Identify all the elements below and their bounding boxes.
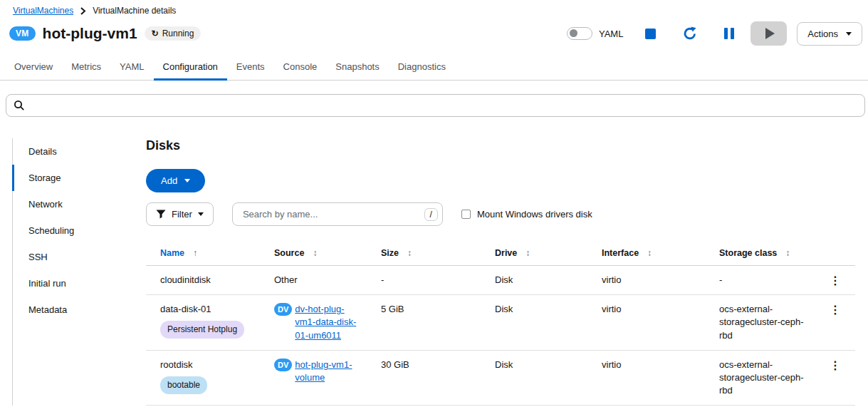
disk-name: data-disk-01Persistent Hotplug bbox=[146, 295, 260, 351]
stop-button[interactable] bbox=[645, 29, 656, 39]
status-badge: ↻ Running bbox=[145, 26, 202, 41]
disk-row-data-disk-01: data-disk-01Persistent HotplugDVdv-hot-p… bbox=[146, 295, 855, 351]
pause-icon bbox=[724, 28, 734, 39]
column-header-name[interactable]: Name↑ bbox=[146, 244, 260, 266]
sort-icon: ↕ bbox=[785, 248, 790, 258]
disk-source-link[interactable]: dv-hot-plug-vm1-data-disk-01-um6011 bbox=[295, 303, 364, 342]
add-disk-button[interactable]: Add bbox=[146, 169, 205, 192]
disks-heading: Disks bbox=[146, 138, 868, 153]
disk-drive: Disk bbox=[481, 350, 587, 406]
tab-overview[interactable]: Overview bbox=[5, 54, 62, 80]
sidebar-item-initial-run[interactable]: Initial run bbox=[13, 270, 135, 297]
configuration-content: DetailsStorageNetworkSchedulingSSHInitia… bbox=[0, 138, 868, 406]
breadcrumb-virtualmachines-link[interactable]: VirtualMachines bbox=[13, 6, 73, 16]
disk-source: Other bbox=[260, 266, 367, 295]
disk-row-rootdisk: rootdiskbootableDVhot-plug-vm1-volume30 … bbox=[146, 350, 855, 406]
disk-label-badge: bootable bbox=[160, 376, 207, 394]
disk-name-search: / bbox=[232, 202, 443, 226]
storage-panel: Disks Add Filter / bbox=[135, 138, 868, 406]
disk-storage-class: - bbox=[705, 266, 815, 295]
sort-icon: ↕ bbox=[647, 248, 652, 258]
disk-drive: Disk bbox=[481, 266, 587, 295]
chevron-down-icon bbox=[198, 212, 204, 216]
column-header-interface[interactable]: Interface↕ bbox=[587, 244, 705, 266]
disk-label-badge: Persistent Hotplug bbox=[160, 321, 244, 339]
config-sidebar: DetailsStorageNetworkSchedulingSSHInitia… bbox=[12, 138, 135, 406]
mount-windows-checkbox-label: Mount Windows drivers disk bbox=[477, 209, 592, 220]
disk-interface: virtio bbox=[587, 266, 705, 295]
row-actions-kebab-button[interactable]: ⋮ bbox=[825, 360, 845, 371]
disk-name-search-input[interactable] bbox=[241, 208, 424, 220]
disk-drive: Disk bbox=[481, 295, 587, 351]
disk-interface: virtio bbox=[587, 295, 705, 351]
disk-interface: virtio bbox=[587, 350, 705, 406]
disks-header-row: Name↑Source↕Size↕Drive↕Interface↕Storage… bbox=[146, 244, 855, 266]
disk-name: cloudinitdisk bbox=[146, 266, 260, 295]
sort-icon: ↕ bbox=[407, 248, 412, 258]
disks-table: Name↑Source↕Size↕Drive↕Interface↕Storage… bbox=[146, 244, 855, 406]
disk-size: 5 GiB bbox=[367, 295, 481, 351]
sidebar-item-details[interactable]: Details bbox=[13, 138, 135, 165]
disk-source-link[interactable]: hot-plug-vm1-volume bbox=[295, 359, 364, 384]
tab-console[interactable]: Console bbox=[274, 54, 327, 80]
disk-name: rootdiskbootable bbox=[146, 350, 260, 406]
chevron-down-icon bbox=[846, 32, 852, 36]
mount-windows-checkbox[interactable] bbox=[461, 210, 471, 219]
disk-size: - bbox=[367, 266, 481, 295]
sidebar-item-metadata[interactable]: Metadata bbox=[13, 297, 135, 323]
tab-diagnostics[interactable]: Diagnostics bbox=[389, 54, 455, 80]
column-header-size[interactable]: Size↕ bbox=[367, 244, 481, 266]
row-actions-kebab-button[interactable]: ⋮ bbox=[825, 304, 845, 316]
disk-row-cloudinitdisk: cloudinitdiskOther-Diskvirtio-⋮ bbox=[146, 266, 855, 295]
restart-icon bbox=[683, 26, 697, 41]
disk-source: DVdv-hot-plug-vm1-data-disk-01-um6011 bbox=[260, 295, 367, 351]
breadcrumb: VirtualMachines VirtualMachine details bbox=[0, 0, 868, 16]
dv-resource-badge: DV bbox=[274, 303, 292, 316]
search-icon bbox=[14, 100, 25, 111]
tab-metrics[interactable]: Metrics bbox=[62, 54, 110, 80]
sort-icon: ↕ bbox=[313, 248, 317, 258]
play-button[interactable] bbox=[751, 21, 787, 46]
mount-windows-drivers-option: Mount Windows drivers disk bbox=[461, 209, 592, 220]
dv-resource-badge: DV bbox=[274, 359, 292, 371]
sort-asc-icon: ↑ bbox=[193, 248, 197, 258]
row-actions-kebab-button[interactable]: ⋮ bbox=[825, 275, 845, 287]
tab-yaml[interactable]: YAML bbox=[110, 54, 153, 80]
title-row: VM hot-plug-vm1 ↻ Running YAML bbox=[0, 16, 868, 46]
restart-button[interactable] bbox=[683, 26, 697, 41]
filter-dropdown-button[interactable]: Filter bbox=[146, 202, 214, 226]
column-header-storage-class[interactable]: Storage class↕ bbox=[705, 244, 815, 266]
tab-events[interactable]: Events bbox=[227, 54, 274, 80]
sync-icon: ↻ bbox=[152, 29, 159, 38]
breadcrumb-current: VirtualMachine details bbox=[93, 6, 176, 16]
disk-storage-class: ocs-external-storagecluster-ceph-rbd bbox=[705, 295, 815, 351]
tab-snapshots[interactable]: Snapshots bbox=[326, 54, 388, 80]
sidebar-item-network[interactable]: Network bbox=[13, 191, 135, 217]
column-header-drive[interactable]: Drive↕ bbox=[481, 244, 587, 266]
stop-icon bbox=[645, 29, 656, 39]
sidebar-item-scheduling[interactable]: Scheduling bbox=[13, 217, 135, 244]
disks-table-body: cloudinitdiskOther-Diskvirtio-⋮data-disk… bbox=[146, 266, 855, 406]
sort-icon: ↕ bbox=[525, 248, 530, 258]
tab-configuration[interactable]: Configuration bbox=[154, 54, 227, 80]
pause-button[interactable] bbox=[724, 28, 734, 39]
slash-shortcut-key: / bbox=[424, 208, 438, 221]
play-icon bbox=[765, 28, 775, 39]
vm-details-page: VirtualMachines VirtualMachine details V… bbox=[0, 0, 868, 407]
vm-resource-badge: VM bbox=[9, 26, 36, 41]
column-header-source[interactable]: Source↕ bbox=[260, 244, 367, 266]
filter-icon bbox=[156, 210, 166, 219]
sidebar-item-ssh[interactable]: SSH bbox=[13, 244, 135, 270]
actions-dropdown-button[interactable]: Actions bbox=[797, 22, 862, 46]
page-title: hot-plug-vm1 bbox=[43, 25, 137, 42]
breadcrumb-chevron-icon bbox=[80, 7, 86, 15]
global-search[interactable] bbox=[6, 94, 865, 117]
disk-source: DVhot-plug-vm1-volume bbox=[260, 350, 367, 406]
resource-search-input[interactable] bbox=[31, 100, 857, 112]
yaml-toggle[interactable] bbox=[567, 27, 592, 40]
disk-size: 30 GiB bbox=[367, 350, 481, 406]
sidebar-item-storage[interactable]: Storage bbox=[13, 165, 135, 191]
disks-toolbar: Filter / Mount Windows drivers disk bbox=[146, 202, 868, 226]
tab-bar: OverviewMetricsYAMLConfigurationEventsCo… bbox=[0, 54, 868, 81]
chevron-down-icon bbox=[184, 179, 190, 182]
